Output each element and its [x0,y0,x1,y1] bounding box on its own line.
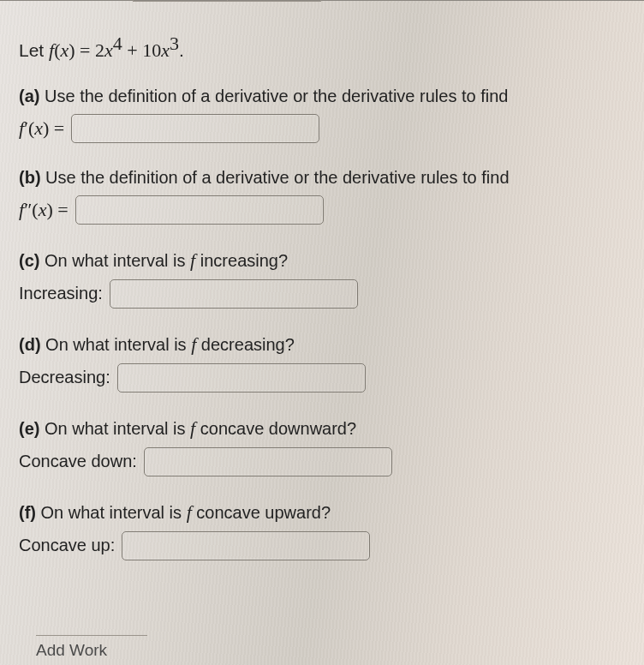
part-f-label: Concave up: [19,536,115,555]
part-f-input[interactable] [122,531,370,560]
part-c-text-after: increasing? [195,251,288,270]
part-b-text: Use the definition of a derivative or th… [45,168,509,187]
lead-prefix: Let [19,40,49,60]
part-a-input[interactable] [71,114,319,143]
part-e-text-before: On what interval is [45,419,190,438]
part-b-label: f″(x) = [19,199,69,221]
part-d-text-after: decreasing? [196,335,295,354]
part-d: (d) On what interval is f decreasing? De… [19,331,629,392]
lead-line: Let f(x) = 2x4 + 10x3. [19,33,629,62]
part-f-tag: (f) [19,503,36,522]
part-d-tag: (d) [19,335,41,354]
part-e: (e) On what interval is f concave downwa… [19,415,629,476]
part-a: (a) Use the definition of a derivative o… [19,84,629,143]
part-d-text-before: On what interval is [45,335,191,354]
part-a-text: Use the definition of a derivative or th… [45,87,508,105]
part-e-text-after: concave downward? [195,419,356,438]
part-a-label: f′(x) = [19,117,64,140]
question-body: Let f(x) = 2x4 + 10x3. (a) Use the defin… [0,0,644,560]
part-a-tag: (a) [19,87,39,105]
part-c-text-before: On what interval is [45,251,190,270]
part-b: (b) Use the definition of a derivative o… [19,165,629,225]
part-e-input[interactable] [144,447,392,476]
part-e-label: Concave down: [19,452,137,471]
part-b-tag: (b) [19,168,41,187]
part-f-text-before: On what interval is [41,503,187,522]
part-c-tag: (c) [19,251,39,270]
part-d-label: Decreasing: [19,368,110,387]
part-f: (f) On what interval is f concave upward… [19,499,629,560]
lead-suffix: . [179,40,184,60]
part-c: (c) On what interval is f increasing? In… [19,247,629,309]
part-f-text-after: concave upward? [192,503,331,522]
part-b-input[interactable] [75,195,324,225]
part-d-input[interactable] [117,363,366,392]
add-work-button[interactable]: Add Work [36,635,147,660]
part-e-tag: (e) [19,419,39,438]
part-c-label: Increasing: [19,284,103,303]
part-c-input[interactable] [110,279,358,309]
